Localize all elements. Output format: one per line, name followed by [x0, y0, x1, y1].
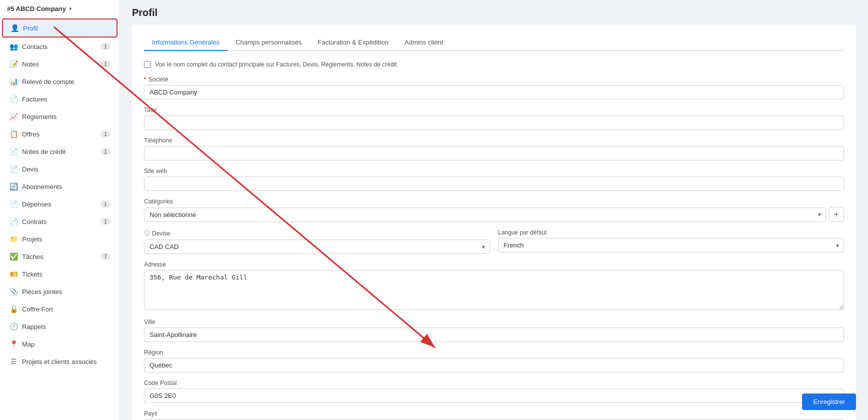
sidebar-item-label: Tickets [22, 270, 42, 278]
sidebar-item-taches[interactable]: ✅ Tâches 7 [2, 248, 118, 265]
sidebar-item-label: Dépenses [22, 200, 52, 208]
taxe-input[interactable] [144, 116, 844, 130]
devise-group: ⓘ Devise CAD CAD ▾ [144, 229, 490, 254]
projets-clients-icon: ☰ [9, 357, 18, 366]
sidebar-item-label: Notes [22, 60, 39, 68]
sidebar-item-label: Pièces jointes [22, 288, 62, 296]
sidebar-item-depenses[interactable]: 📄 Dépenses 1 [2, 196, 118, 212]
releve-icon: 📊 [9, 77, 18, 86]
langue-select[interactable]: French [498, 238, 844, 252]
langue-label: Langue par défaut [498, 229, 844, 236]
page-title: Profil [132, 7, 856, 18]
sidebar-item-coffre-fort[interactable]: 🔒 Coffre Fort [2, 300, 118, 318]
sidebar-item-label: Tâches [22, 253, 44, 260]
taxe-label: Taxe [144, 106, 844, 114]
sidebar-item-contacts[interactable]: 👥 Contacts 1 [2, 38, 118, 55]
sidebar-badge: 1 [100, 43, 110, 50]
add-category-button[interactable]: + [829, 207, 844, 222]
devise-langue-row: ⓘ Devise CAD CAD ▾ Langue par défaut [144, 229, 844, 261]
sidebar-item-label: Abonnements [22, 183, 62, 190]
coffre-fort-icon: 🔒 [9, 304, 18, 314]
sidebar-item-label: Profil [23, 24, 38, 32]
societe-label: Société [144, 76, 844, 83]
full-name-checkbox[interactable] [144, 61, 151, 68]
devis-icon: 📄 [9, 164, 18, 174]
code-postal-input[interactable] [144, 388, 844, 403]
societe-input[interactable] [144, 85, 844, 100]
telephone-group: Téléphone [144, 137, 844, 160]
adresse-group: Adresse [144, 261, 844, 312]
categories-select[interactable]: Non sélectionné [144, 208, 826, 222]
sidebar-item-factures[interactable]: 📄 Factures [2, 90, 118, 108]
sidebar-item-profil[interactable]: 👤 Profil [2, 18, 118, 38]
notes-icon: 📝 [9, 60, 18, 68]
checkbox-label[interactable]: Voir le nom complet du contact principal… [155, 61, 397, 68]
sidebar-item-label: Règlements [22, 113, 56, 120]
sidebar-item-notes[interactable]: 📝 Notes 1 [2, 56, 118, 72]
chevron-down-icon: ▾ [69, 6, 72, 12]
adresse-label: Adresse [144, 261, 844, 268]
region-input[interactable] [144, 358, 844, 372]
ville-label: Ville [144, 318, 844, 326]
tab-info-generales[interactable]: Informations Générales [144, 34, 228, 51]
sidebar-item-contrats[interactable]: 📄 Contrats 1 [2, 213, 118, 230]
categories-row: Non sélectionné ▾ + [144, 207, 844, 222]
contrats-icon: 📄 [9, 217, 18, 226]
main-content: Profil Informations GénéralesChamps pers… [120, 0, 868, 420]
tab-admins[interactable]: Admins client [396, 34, 451, 51]
notes-credit-icon: 📄 [9, 147, 18, 156]
page-header: Profil [120, 0, 868, 24]
content-area: Informations GénéralesChamps personnalis… [120, 24, 868, 420]
ville-input[interactable] [144, 328, 844, 342]
sidebar-badge: 1 [100, 130, 110, 138]
checkbox-row: Voir le nom complet du contact principal… [144, 61, 844, 68]
site-web-label: Site web [144, 168, 844, 174]
sidebar-badge: 1 [100, 148, 110, 155]
code-postal-group: Code Postal [144, 380, 844, 403]
sidebar-item-label: Projets [22, 236, 42, 243]
sidebar-item-label: Contrats [22, 218, 46, 226]
offres-icon: 📋 [9, 130, 18, 138]
telephone-input[interactable] [144, 146, 844, 160]
profile-card: Informations GénéralesChamps personnalis… [132, 24, 856, 420]
abonnements-icon: 🔄 [9, 182, 18, 191]
sidebar-badge: 1 [100, 218, 110, 225]
sidebar-item-tickets[interactable]: 🎫 Tickets [2, 266, 118, 282]
profil-icon: 👤 [10, 24, 19, 32]
tickets-icon: 🎫 [9, 270, 18, 278]
factures-icon: 📄 [9, 94, 18, 104]
sidebar-item-label: Factures [22, 96, 48, 103]
sidebar-item-map[interactable]: 📍 Map [2, 336, 118, 352]
telephone-label: Téléphone [144, 137, 844, 144]
sidebar-item-rappels[interactable]: 🕐 Rappels [2, 318, 118, 335]
adresse-textarea[interactable] [144, 270, 844, 310]
sidebar-item-label: Notes de crédit [22, 148, 66, 156]
langue-select-wrap: French ▾ [498, 238, 844, 252]
company-name: #5 ABCD Company [7, 5, 66, 12]
site-web-input[interactable] [144, 176, 844, 191]
tab-bar: Informations GénéralesChamps personnalis… [144, 34, 844, 51]
company-header[interactable]: #5 ABCD Company ▾ [0, 0, 120, 18]
sidebar-item-pieces-jointes[interactable]: 📎 Pièces jointes [2, 283, 118, 300]
tab-champs-perso[interactable]: Champs personnalisés [228, 34, 310, 51]
save-button[interactable]: Enregistrer [802, 394, 856, 410]
sidebar-item-releve[interactable]: 📊 Relevé de compte [2, 73, 118, 90]
sidebar-item-projets-clients[interactable]: ☰ Projets et clients associés [2, 353, 118, 370]
devise-select[interactable]: CAD CAD [144, 240, 490, 254]
ville-group: Ville [144, 318, 844, 342]
sidebar-item-offres[interactable]: 📋 Offres 1 [2, 126, 118, 142]
sidebar-item-abonnements[interactable]: 🔄 Abonnements [2, 178, 118, 195]
sidebar-item-projets[interactable]: 📁 Projets [2, 230, 118, 248]
tab-facturation[interactable]: Facturation & Expédition [310, 34, 396, 51]
sidebar-item-devis[interactable]: 📄 Devis [2, 160, 118, 178]
langue-group: Langue par défaut French ▾ [498, 229, 844, 254]
sidebar-item-notes-credit[interactable]: 📄 Notes de crédit 1 [2, 143, 118, 160]
sidebar-item-reglements[interactable]: 📈 Règlements [2, 108, 118, 125]
devise-select-wrap: CAD CAD ▾ [144, 240, 490, 254]
sidebar-item-label: Offres [22, 130, 40, 138]
sidebar-item-label: Map [22, 340, 34, 348]
rappels-icon: 🕐 [9, 322, 18, 331]
categories-group: Catégories Non sélectionné ▾ + [144, 198, 844, 222]
reglements-icon: 📈 [9, 112, 18, 121]
map-icon: 📍 [9, 340, 18, 348]
